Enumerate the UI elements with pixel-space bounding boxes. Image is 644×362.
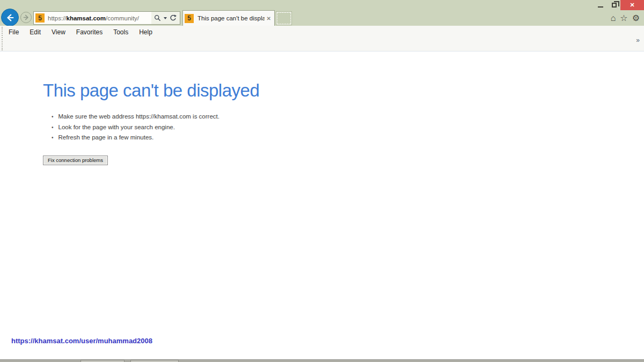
menu-file[interactable]: File: [8, 27, 20, 37]
menu-help[interactable]: Help: [138, 27, 153, 37]
restore-icon: [612, 3, 617, 8]
suggestion-text: Refresh the page in a few minutes.: [58, 134, 154, 141]
home-icon[interactable]: ⌂: [611, 13, 616, 24]
forward-button[interactable]: [20, 12, 32, 23]
suggestion-item: Look for the page with your search engin…: [52, 122, 219, 133]
search-icon[interactable]: [153, 14, 162, 22]
toolbar-drag-grip[interactable]: [2, 27, 3, 50]
search-dropdown-caret-icon[interactable]: [164, 17, 167, 19]
browser-window: ✕ 5 https://khamsat.com/community/: [0, 0, 644, 362]
tab-this-page-cant-be-displayed[interactable]: 5 This page can't be displayed ✕: [182, 10, 275, 26]
back-button[interactable]: [1, 9, 19, 26]
tab-close-icon[interactable]: ✕: [267, 16, 271, 21]
menu-view[interactable]: View: [50, 27, 67, 37]
menu-favorites[interactable]: Favorites: [75, 27, 104, 37]
toolbar-overflow-chevron-icon[interactable]: »: [636, 36, 640, 44]
menu-tools[interactable]: Tools: [112, 27, 129, 37]
arrow-right-icon: [22, 13, 30, 21]
page-content: This page can't be displayed Make sure t…: [0, 51, 644, 359]
restore-button[interactable]: [608, 0, 620, 10]
address-bar-tools: [151, 12, 180, 24]
status-bar-link-preview: https://khamsat.com/user/muhammad2008: [11, 337, 152, 345]
fix-connection-problems-button[interactable]: Fix connection problems: [43, 156, 108, 165]
url-path: /community/: [106, 15, 139, 21]
minimize-button[interactable]: [594, 0, 608, 10]
favicon-label: 5: [38, 14, 42, 22]
suggestion-text: Make sure the web address https://khamsa…: [58, 113, 219, 120]
error-heading: This page can't be displayed: [43, 80, 259, 101]
address-bar[interactable]: 5 https://khamsat.com/community/: [33, 11, 180, 25]
url-text: https://khamsat.com/community/: [48, 15, 151, 21]
new-tab-button[interactable]: [276, 11, 292, 25]
url-scheme: https://: [48, 15, 67, 21]
url-domain: khamsat.com: [67, 15, 106, 21]
suggestion-text: Look for the page with your search engin…: [58, 124, 175, 130]
status-bar-segment: [130, 360, 179, 362]
menu-band: File Edit View Favorites Tools Help »: [0, 26, 644, 51]
tab-title: This page can't be displayed: [197, 15, 265, 21]
refresh-icon[interactable]: [169, 14, 177, 22]
suggestion-item: Refresh the page in a few minutes.: [52, 132, 219, 143]
tab-favicon: 5: [185, 14, 194, 23]
title-and-nav-bar: ✕ 5 https://khamsat.com/community/: [0, 0, 644, 26]
menu-bar: File Edit View Favorites Tools Help: [8, 27, 153, 37]
arrow-left-icon: [5, 12, 16, 23]
close-button[interactable]: ✕: [620, 0, 644, 10]
settings-gear-icon[interactable]: ⚙: [632, 13, 640, 24]
favorites-star-icon[interactable]: ☆: [620, 13, 627, 24]
minimize-icon: [598, 6, 603, 8]
status-bar-strip: [0, 359, 644, 362]
tab-favicon-label: 5: [187, 14, 191, 22]
error-suggestion-list: Make sure the web address https://khamsa…: [52, 112, 219, 143]
status-bar-segment: [80, 360, 125, 362]
browser-toolbar-icons: ⌂ ☆ ⚙: [611, 13, 640, 24]
site-favicon: 5: [35, 13, 45, 23]
menu-edit[interactable]: Edit: [28, 27, 42, 37]
suggestion-item: Make sure the web address https://khamsa…: [52, 112, 219, 122]
close-icon: ✕: [630, 2, 634, 9]
